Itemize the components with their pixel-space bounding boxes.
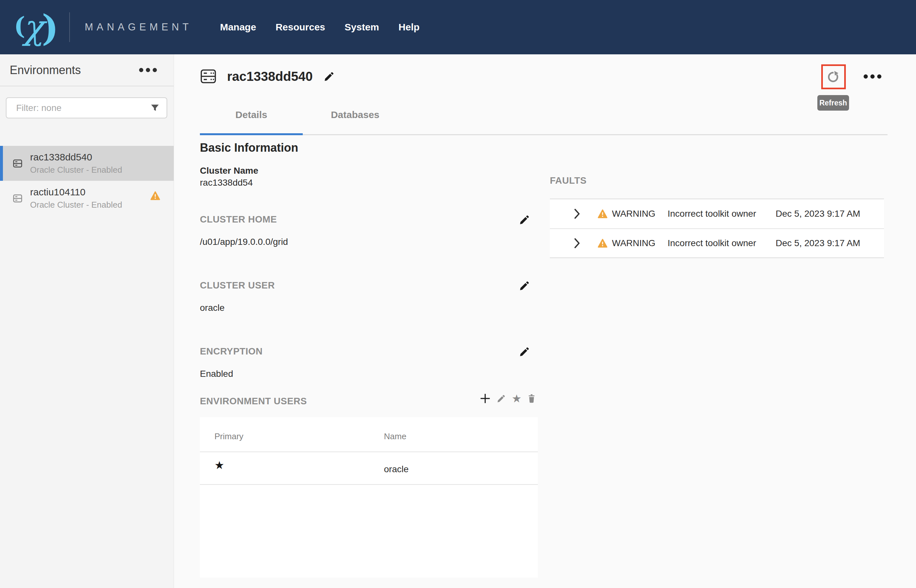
environment-subtitle: Oracle Cluster - Enabled [30,165,122,175]
faults-label: FAULTS [550,175,587,186]
environment-actions-menu-button[interactable] [861,74,881,79]
navbar-divider [69,12,70,42]
main-panel: rac1338dd540 Refresh Details Databases B… [174,54,916,588]
fault-title: Incorrect toolkit owner [667,238,756,249]
cluster-home-value: /u01/app/19.0.0.0/grid [200,237,288,247]
sidebar-header: Environments [0,54,174,86]
basic-information-heading: Basic Information [200,141,298,155]
environment-item-text: rac1338dd540 Oracle Cluster - Enabled [30,152,122,175]
nav-item-resources[interactable]: Resources [276,22,325,33]
nav-item-manage[interactable]: Manage [220,22,256,33]
environment-subtitle: Oracle Cluster - Enabled [30,200,122,210]
active-tab-indicator [200,133,303,135]
edit-cluster-user-pencil-icon[interactable] [519,280,530,291]
chevron-right-icon[interactable] [574,208,581,219]
fault-row[interactable]: WARNING Incorrect toolkit owner Dec 5, 2… [550,199,884,228]
warning-triangle-icon [150,191,160,200]
environment-name: rac1338dd540 [30,152,122,163]
edit-title-pencil-icon[interactable] [324,71,335,82]
filter-input[interactable] [6,97,167,118]
refresh-icon [826,69,841,84]
brand-label: MANAGEMENT [85,21,192,33]
cluster-user-label: CLUSTER USER [200,280,275,291]
encryption-value: Enabled [200,369,233,379]
filter-funnel-icon[interactable] [150,103,160,113]
cluster-user-value: oracle [200,303,225,313]
table-header-divider [200,452,538,452]
server-icon [13,194,22,203]
top-navbar: (χ) MANAGEMENT Manage Resources System H… [0,0,916,54]
faults-list: WARNING Incorrect toolkit owner Dec 5, 2… [550,199,884,258]
sidebar-title: Environments [10,63,81,77]
app-root: (χ) MANAGEMENT Manage Resources System H… [0,0,916,588]
refresh-button[interactable] [821,65,846,89]
logo-paren-left: ( [14,12,25,40]
environments-menu-button[interactable] [136,68,157,72]
user-name-cell: oracle [384,464,409,475]
environments-sidebar: Environments rac1338dd540 Oracle Cluster… [0,54,174,588]
table-row-divider [200,484,538,485]
environment-users-toolbar: ★ [479,393,536,404]
environment-users-table: Primary Name ★ oracle [200,417,538,578]
edit-user-pencil-icon[interactable] [497,394,506,403]
set-primary-star-icon[interactable]: ★ [512,394,522,403]
chevron-right-icon[interactable] [574,238,581,249]
column-header-name: Name [384,431,406,441]
delete-user-trash-icon[interactable] [527,394,536,403]
environment-item-ractiu104110[interactable]: ractiu104110 Oracle Cluster - Enabled [0,181,174,216]
fault-severity: WARNING [612,238,655,249]
page-title: rac1338dd540 [227,69,313,84]
encryption-label: ENCRYPTION [200,346,263,357]
page-header: rac1338dd540 [200,68,335,85]
add-user-plus-icon[interactable] [479,393,491,404]
logo-chi: χ [23,10,44,44]
cluster-name-value: rac1338dd54 [200,178,253,188]
edit-encryption-pencil-icon[interactable] [519,346,530,357]
nav-item-system[interactable]: System [344,22,379,33]
delphix-logo-icon[interactable]: (χ) [10,6,62,48]
cluster-name-label: Cluster Name [200,166,258,176]
filter-box [6,97,167,118]
warning-triangle-icon [598,239,607,248]
tab-underline-track [200,134,887,135]
column-header-primary: Primary [215,431,244,441]
edit-cluster-home-pencil-icon[interactable] [519,214,530,225]
environment-item-text: ractiu104110 Oracle Cluster - Enabled [30,187,122,210]
environment-name: ractiu104110 [30,187,122,198]
primary-star-icon: ★ [215,459,224,472]
warning-triangle-icon [598,209,607,218]
environment-list: rac1338dd540 Oracle Cluster - Enabled ra… [0,146,174,216]
cluster-home-label: CLUSTER HOME [200,214,277,225]
fault-row[interactable]: WARNING Incorrect toolkit owner Dec 5, 2… [550,228,884,257]
server-icon [200,68,217,85]
environment-item-rac1338dd540[interactable]: rac1338dd540 Oracle Cluster - Enabled [0,146,174,181]
server-icon [13,159,22,168]
nav-item-help[interactable]: Help [399,22,420,33]
logo-paren-right: ) [42,7,58,49]
refresh-tooltip: Refresh [817,95,849,111]
fault-title: Incorrect toolkit owner [667,208,756,219]
tab-details[interactable]: Details [200,109,303,120]
main-menu: Manage Resources System Help [220,22,439,33]
fault-date: Dec 5, 2023 9:17 AM [775,208,860,219]
environment-users-label: ENVIRONMENT USERS [200,396,307,407]
fault-date: Dec 5, 2023 9:17 AM [775,238,860,249]
tab-bar: Details Databases [200,109,407,120]
fault-severity: WARNING [612,208,655,219]
tab-databases[interactable]: Databases [303,109,407,120]
